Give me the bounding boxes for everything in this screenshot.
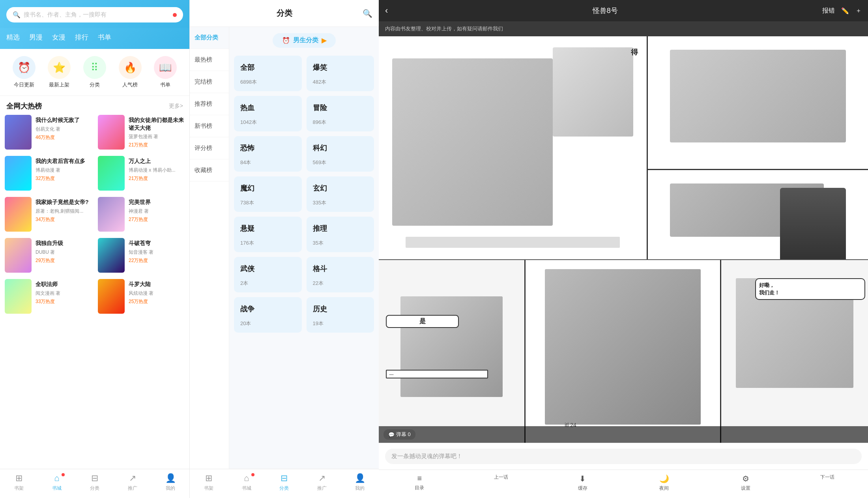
nav-tab-nanman[interactable]: 男漫 bbox=[29, 31, 43, 43]
nav-tab-booklist[interactable]: 书单 bbox=[98, 31, 111, 43]
sidebar-collect[interactable]: 收藏榜 bbox=[190, 159, 229, 182]
book-author-4: 博易动漫 x 博易小助... bbox=[129, 167, 185, 174]
toggle-icon: ⏰ bbox=[282, 37, 290, 44]
reader-nav-next[interactable]: 下一话 bbox=[786, 474, 868, 492]
bookstore2-icon: ⌂ bbox=[244, 473, 249, 483]
book-item-6[interactable]: 完美世界 神漫君 著 27万热度 bbox=[98, 197, 185, 232]
cat-card-wuxia[interactable]: 武侠 2本 bbox=[234, 257, 302, 292]
cat-card-all[interactable]: 全部 6898本 bbox=[234, 56, 302, 91]
search-input-wrap[interactable]: 🔍 搜书名、作者、主角，一搜即有 bbox=[6, 7, 183, 22]
book-row-1: 我什么时候无敌了 创易文化 著 46万热度 我的女徒弟们都是未来诸天大佬 菠萝包… bbox=[5, 115, 185, 150]
reader-nav-save[interactable]: ⬇ 缓存 bbox=[542, 474, 623, 492]
cat-booklist[interactable]: 📖 书单 bbox=[154, 56, 177, 88]
cat-card-adventure[interactable]: 冒险 896本 bbox=[307, 96, 374, 131]
cat-new-shelf[interactable]: ⭐ 最新上架 bbox=[48, 56, 71, 88]
reader-back-button[interactable]: ‹ bbox=[385, 6, 388, 16]
danmu-badge[interactable]: 💬 弹幕 0 bbox=[383, 429, 415, 440]
cat-count-wuxia: 2本 bbox=[240, 280, 296, 287]
reader-nav-prev[interactable]: 上一话 bbox=[460, 474, 542, 492]
nav-category1[interactable]: ⊟ 分类 bbox=[76, 473, 114, 492]
cat-today-update[interactable]: ⏰ 今日更新 bbox=[13, 56, 36, 88]
reader-edit-icon[interactable]: ✏️ bbox=[841, 7, 849, 15]
nav-shelf[interactable]: ⊞ 书架 bbox=[0, 473, 38, 492]
sidebar-hot[interactable]: 最热榜 bbox=[190, 49, 229, 71]
book-item-1[interactable]: 我什么时候无敌了 创易文化 著 46万热度 bbox=[5, 115, 92, 150]
nav-shelf2[interactable]: ⊞ 书架 bbox=[190, 473, 228, 492]
book-cover-10 bbox=[98, 279, 125, 314]
nav-promote1[interactable]: ↗ 推广 bbox=[114, 473, 152, 492]
book-heat-2: 21万热度 bbox=[129, 142, 185, 148]
book-info-6: 完美世界 神漫君 著 27万热度 bbox=[129, 197, 185, 232]
cat-name-war: 战争 bbox=[240, 304, 296, 314]
nav-category2[interactable]: ⊟ 分类 bbox=[266, 473, 303, 492]
book-title-3: 我的夫君后宫有点多 bbox=[36, 157, 92, 165]
cat-name-suspense: 悬疑 bbox=[240, 224, 296, 233]
book-item-9[interactable]: 全职法师 阅文漫画 著 33万热度 bbox=[5, 279, 92, 314]
book-row-2: 我的夫君后宫有点多 博易动漫 著 32万热度 万人之上 博易动漫 x 博易小助.… bbox=[5, 156, 185, 191]
cat-card-scifi[interactable]: 科幻 569本 bbox=[307, 136, 374, 172]
book-item-2[interactable]: 我的女徒弟们都是未来诸天大佬 菠萝包漫画 著 21万热度 bbox=[98, 115, 185, 150]
mine2-label: 我的 bbox=[355, 485, 365, 492]
book-item-10[interactable]: 斗罗大陆 风炫动漫 著 25万热度 bbox=[98, 279, 185, 314]
bottom-nav-panel2: ⊞ 书架 ⌂ 书城 ⊟ 分类 ↗ 推广 👤 我的 bbox=[190, 469, 379, 498]
cat-count-horror: 84本 bbox=[240, 159, 296, 166]
cat-popular[interactable]: 🔥 人气榜 bbox=[119, 56, 142, 88]
nav-tabs: 精选 男漫 女漫 排行 书单 bbox=[0, 28, 189, 49]
sidebar-new[interactable]: 新书榜 bbox=[190, 115, 229, 137]
book-item-5[interactable]: 我家娘子竟然是女帝? 原著：老狗,刺猬猫阅... 34万热度 bbox=[5, 197, 92, 232]
reader-error-button[interactable]: 报错 bbox=[822, 7, 835, 15]
sidebar-all-categories[interactable]: 全部分类 bbox=[190, 27, 229, 49]
reader-nav-catalog[interactable]: ≡ 目录 bbox=[379, 474, 460, 492]
cat-category[interactable]: ⠿ 分类 bbox=[83, 56, 106, 88]
sidebar-score[interactable]: 评分榜 bbox=[190, 137, 229, 159]
cat-card-fantasy[interactable]: 玄幻 335本 bbox=[307, 176, 374, 212]
cat-card-funny[interactable]: 爆笑 482本 bbox=[307, 56, 374, 91]
nav-tab-jingxuan[interactable]: 精选 bbox=[6, 31, 20, 43]
book-cover-5 bbox=[5, 197, 32, 232]
male-category-toggle[interactable]: ⏰ 男生分类 ▶ bbox=[273, 33, 336, 48]
book-item-4[interactable]: 万人之上 博易动漫 x 博易小助... 21万热度 bbox=[98, 156, 185, 191]
cat-card-fighting[interactable]: 格斗 22本 bbox=[307, 257, 374, 292]
cat-card-magic[interactable]: 魔幻 738本 bbox=[234, 176, 302, 212]
cat-card-suspense[interactable]: 悬疑 176本 bbox=[234, 217, 302, 252]
cat-name-detective: 推理 bbox=[313, 224, 368, 233]
book-info-4: 万人之上 博易动漫 x 博易小助... 21万热度 bbox=[129, 156, 185, 191]
sidebar-recommend[interactable]: 推荐榜 bbox=[190, 93, 229, 115]
nav-tab-nvman[interactable]: 女漫 bbox=[52, 31, 65, 43]
nav-mine1[interactable]: 👤 我的 bbox=[152, 473, 189, 492]
book-item-7[interactable]: 我独自升级 DUBU 著 29万热度 bbox=[5, 238, 92, 273]
sidebar-complete[interactable]: 完结榜 bbox=[190, 71, 229, 93]
cat-card-war[interactable]: 战争 20本 bbox=[234, 297, 302, 333]
reader-nav-night[interactable]: 🌙 夜间 bbox=[623, 474, 705, 492]
reader-manga-content[interactable]: 得 是 — bbox=[379, 36, 868, 443]
book-cover-1 bbox=[5, 115, 32, 150]
book-row-4: 我独自升级 DUBU 著 29万热度 斗破苍穹 知音漫客 著 22万热度 bbox=[5, 238, 185, 273]
nav-bookstore2[interactable]: ⌂ 书城 bbox=[228, 473, 266, 492]
bookstore-dot bbox=[62, 473, 65, 476]
comment-placeholder: 发一条撼动灵魂的弹幕吧！ bbox=[391, 453, 462, 459]
cat-card-action[interactable]: 热血 1042本 bbox=[234, 96, 302, 131]
nav-promote2[interactable]: ↗ 推广 bbox=[303, 473, 341, 492]
reader-nav-settings[interactable]: ⚙ 设置 bbox=[705, 474, 787, 492]
cat-name-adventure: 冒险 bbox=[313, 103, 368, 112]
reader-bottom-nav: ≡ 目录 上一话 ⬇ 缓存 🌙 夜间 ⚙ 设置 下一话 bbox=[379, 470, 868, 498]
book-item-8[interactable]: 斗破苍穹 知音漫客 著 22万热度 bbox=[98, 238, 185, 273]
more-link[interactable]: 更多> bbox=[169, 103, 183, 110]
search-notification-dot bbox=[173, 13, 177, 17]
book-info-3: 我的夫君后宫有点多 博易动漫 著 32万热度 bbox=[36, 156, 92, 191]
cat-count-funny: 482本 bbox=[313, 79, 368, 86]
cat-card-horror[interactable]: 恐怖 84本 bbox=[234, 136, 302, 172]
cat-card-history[interactable]: 历史 19本 bbox=[307, 297, 374, 333]
nav-bookstore[interactable]: ⌂ 书城 bbox=[38, 473, 76, 492]
reader-add-icon[interactable]: ＋ bbox=[855, 7, 862, 15]
nav-mine2[interactable]: 👤 我的 bbox=[341, 473, 379, 492]
cat-card-detective[interactable]: 推理 35本 bbox=[307, 217, 374, 252]
category-search-icon[interactable]: 🔍 bbox=[363, 9, 372, 18]
nav-tab-ranking[interactable]: 排行 bbox=[75, 31, 88, 43]
book-info-10: 斗罗大陆 风炫动漫 著 25万热度 bbox=[129, 279, 185, 314]
settings-label: 设置 bbox=[741, 485, 750, 492]
comment-input[interactable]: 发一条撼动灵魂的弹幕吧！ bbox=[385, 449, 862, 464]
next-label: 下一话 bbox=[820, 474, 834, 481]
book-title-7: 我独自升级 bbox=[36, 240, 92, 247]
book-item-3[interactable]: 我的夫君后宫有点多 博易动漫 著 32万热度 bbox=[5, 156, 92, 191]
